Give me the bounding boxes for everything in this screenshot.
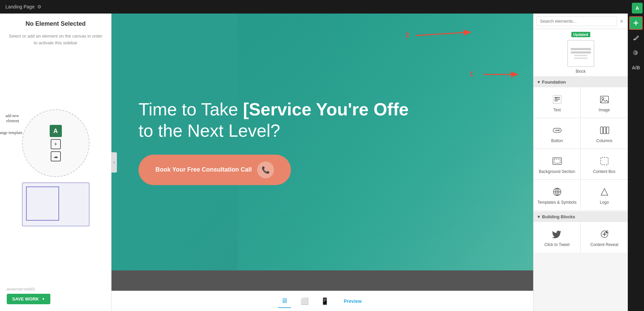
typography-tool-icon[interactable]: A/B	[629, 61, 643, 74]
far-right-bar: A/B A	[628, 14, 644, 311]
tablet-device-button[interactable]: ⬜	[298, 294, 312, 308]
templates-symbols-element-label: Templates & Symbols	[538, 200, 576, 205]
block-element-item[interactable]: Block	[567, 40, 594, 74]
save-work-label: SAVE WORK	[12, 296, 39, 302]
add-element-icon[interactable]	[629, 16, 643, 30]
svg-point-23	[605, 231, 608, 233]
logo-element-item[interactable]: Logo	[581, 180, 628, 210]
content-reveal-item[interactable]: Content Reveal	[581, 222, 628, 252]
hero-title-bold: [Service You're Offe	[243, 99, 408, 119]
page-title: Landing Page ⚙	[5, 4, 42, 9]
settings-tool-icon[interactable]	[629, 46, 643, 60]
hero-title-part1: Time to Take	[139, 99, 243, 119]
svg-point-9	[558, 130, 560, 131]
image-element-icon	[599, 94, 610, 105]
search-input[interactable]	[536, 16, 617, 26]
hero-content: Time to Take [Service You're Offe to the…	[139, 99, 506, 185]
illustration-area: A + ☁ add new element change template re…	[7, 54, 104, 282]
search-bar-row: ✕	[534, 14, 628, 29]
page-title-text: Landing Page	[5, 4, 34, 9]
add-element-plus[interactable]: +	[51, 139, 61, 149]
circle-illustration: A + ☁ add new element change template	[22, 109, 90, 177]
updated-block-section: Updated Block	[534, 29, 628, 77]
add-new-label: add new element	[0, 113, 19, 124]
logo-element-label: Logo	[600, 200, 609, 205]
columns-element-item[interactable]: Columns	[581, 118, 628, 149]
content-reveal-icon	[599, 229, 610, 240]
left-sidebar: No Element Selected Select or add an ele…	[0, 14, 112, 311]
circle-inner: A + ☁	[50, 125, 62, 161]
block-icon	[567, 40, 594, 67]
sidebar-description: Select or add an element on the canvas i…	[7, 33, 104, 46]
building-blocks-label: Building Blocks	[542, 214, 575, 219]
building-blocks-grid: Click to Tweet Content Reveal	[534, 222, 628, 252]
templates-symbols-element-item[interactable]: Templates & Symbols	[534, 180, 580, 210]
svg-rect-12	[606, 127, 609, 134]
preview-box: responsive & preview	[22, 182, 90, 226]
save-bar: javascript:void(0) SAVE WORK ▼	[7, 282, 104, 304]
columns-element-label: Columns	[596, 138, 612, 143]
hero-title: Time to Take [Service You're Offe to the…	[139, 99, 506, 141]
desktop-device-button[interactable]: 🖥	[278, 294, 291, 308]
url-display: javascript:void(0)	[7, 287, 104, 291]
block-icon-bar2	[571, 51, 591, 53]
building-blocks-section-header[interactable]: ▾ Building Blocks	[534, 212, 628, 222]
content-box-element-item[interactable]: Content Box	[581, 149, 628, 179]
columns-element-icon	[599, 125, 610, 136]
click-to-tweet-icon	[552, 229, 563, 240]
collapse-handle[interactable]: ‹	[112, 152, 117, 173]
chevron-down-icon: ▼	[42, 297, 45, 301]
click-to-tweet-item[interactable]: Click to Tweet	[534, 222, 580, 252]
preview-button[interactable]: Preview	[339, 296, 367, 307]
click-to-tweet-label: Click to Tweet	[544, 242, 569, 247]
hero-title-part2: to the Next Level?	[139, 121, 280, 140]
canvas-area: Time to Take [Service You're Offe to the…	[112, 14, 533, 291]
updated-badge: Updated	[571, 32, 590, 37]
svg-line-24	[606, 230, 608, 231]
mobile-device-button[interactable]: 📱	[318, 294, 332, 308]
svg-point-30	[635, 52, 637, 54]
svg-rect-15	[601, 157, 608, 165]
image-element-label: Image	[599, 108, 610, 112]
block-icon-bar1	[571, 48, 591, 50]
block-icon-bar4	[574, 58, 588, 59]
no-element-title: No Element Selected	[7, 20, 104, 27]
consultation-button[interactable]: Book Your Free Consultation Call 📞	[139, 155, 291, 185]
background-section-element-item[interactable]: Background Section	[534, 149, 580, 179]
svg-rect-11	[603, 127, 606, 134]
change-template-label: change template	[0, 130, 23, 135]
logo-a: A	[50, 125, 62, 137]
chevron-building-blocks-icon: ▾	[538, 214, 540, 219]
button-element-label: Button	[551, 138, 563, 143]
gear-icon[interactable]: ⚙	[37, 4, 42, 9]
save-work-button[interactable]: SAVE WORK ▼	[7, 294, 50, 304]
text-element-item[interactable]: T Text	[534, 87, 580, 118]
templates-symbols-element-icon	[552, 186, 563, 197]
canvas-bottom-bar: 🖥 ⬜ 📱 Preview	[112, 291, 533, 311]
background-section-element-icon	[552, 156, 563, 166]
svg-point-6	[602, 97, 604, 99]
block-label: Block	[576, 69, 586, 74]
image-element-item[interactable]: Image	[581, 87, 628, 118]
svg-rect-10	[600, 127, 603, 134]
svg-text:T: T	[555, 97, 557, 101]
right-elements-panel: ✕ Updated Block ▾ Foundation	[533, 14, 628, 311]
main-layout: No Element Selected Select or add an ele…	[0, 14, 644, 311]
svg-rect-14	[554, 159, 560, 163]
foundation-label: Foundation	[542, 80, 566, 85]
button-element-icon	[552, 125, 563, 136]
change-template-cloud[interactable]: ☁	[51, 151, 61, 161]
search-close-button[interactable]: ✕	[618, 17, 625, 25]
content-box-element-label: Content Box	[593, 169, 615, 174]
content-box-element-icon	[599, 156, 610, 166]
content-reveal-label: Content Reveal	[590, 242, 618, 247]
foundation-section-header[interactable]: ▾ Foundation	[534, 77, 628, 87]
background-section-element-label: Background Section	[539, 169, 575, 174]
logo-element-icon	[599, 186, 610, 197]
text-element-label: Text	[553, 108, 561, 112]
hero-section: Time to Take [Service You're Offe to the…	[112, 14, 533, 270]
button-element-item[interactable]: Button	[534, 118, 580, 149]
pen-tool-icon[interactable]	[629, 31, 643, 45]
top-bar: Landing Page ⚙	[0, 0, 644, 14]
svg-rect-5	[600, 96, 609, 103]
